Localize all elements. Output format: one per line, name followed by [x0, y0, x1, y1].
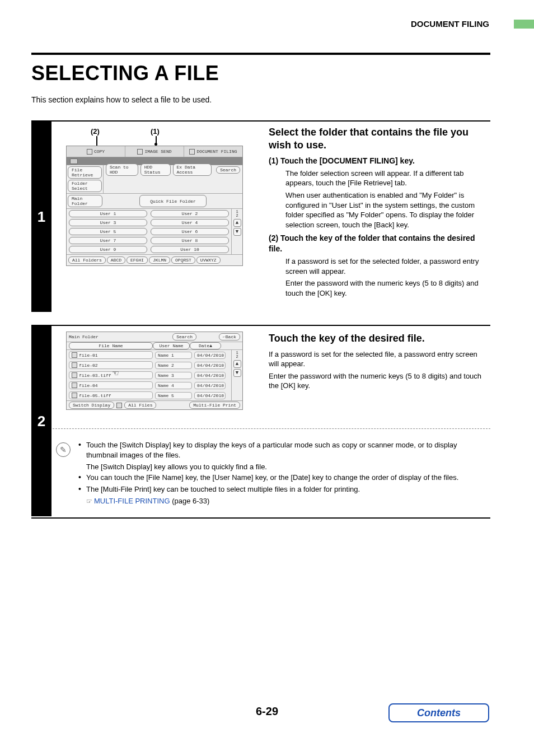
step-2-text: Touch the key of the desired file. If a … — [269, 332, 487, 393]
file-name-label: file-03.tiff — [79, 373, 111, 378]
file-item[interactable]: file-03.tiff — [69, 371, 153, 379]
file-icon — [189, 149, 195, 155]
multi-file-print-button[interactable]: Multi-File Print — [189, 402, 240, 409]
tab-image-send[interactable]: IMAGE SEND — [125, 146, 184, 157]
page-indicator: 1 2 — [236, 210, 238, 218]
scroll-down-button[interactable]: ▼ — [233, 228, 241, 236]
step-1-sub-1: (1) Touch the [DOCUMENT FILING] key. — [269, 156, 487, 166]
step-1-p1: The folder selection screen will appear.… — [285, 169, 487, 188]
user-cell: Name 3 — [155, 372, 192, 379]
col-user-name[interactable]: User Name — [153, 342, 190, 349]
step-2-p1: If a password is set for the selected fi… — [269, 349, 487, 369]
page-indicator: 1 2 — [236, 351, 238, 359]
user-folder[interactable]: User 2 — [151, 210, 229, 217]
file-name-label: file-01 — [79, 353, 98, 358]
page-intro: This section explains how to select a fi… — [31, 95, 212, 104]
file-icon — [72, 393, 77, 398]
step-1-text: Select the folder that contains the file… — [269, 126, 487, 300]
step-1-number: 1 — [31, 122, 51, 312]
file-item[interactable]: file-05.tiff — [69, 391, 153, 399]
alpha-tab[interactable]: EFGHI — [127, 256, 148, 264]
date-cell: 04/04/2010 — [194, 362, 226, 369]
callout-1-label: (1) — [151, 127, 160, 136]
step-1-bar: 1 — [31, 122, 51, 312]
file-name-label: file-02 — [79, 363, 98, 368]
rule-section — [31, 120, 490, 122]
rule-step2 — [31, 325, 490, 326]
quick-file-folder-button[interactable]: Quick File Folder — [139, 195, 207, 207]
col-file-name[interactable]: File Name — [69, 342, 153, 349]
section-accent — [514, 20, 534, 29]
file-retrieve-tab[interactable]: File Retrieve — [68, 166, 102, 179]
user-folder[interactable]: User 3 — [69, 219, 147, 226]
page-title: SELECTING A FILE — [31, 62, 219, 85]
folder-title: Main Folder — [69, 334, 150, 339]
tab-copy[interactable]: COPY — [67, 146, 125, 157]
all-files-button[interactable]: All Files — [124, 402, 156, 409]
scroll-down-button[interactable]: ▼ — [233, 369, 241, 377]
step-1-p4: Enter the password with the numeric keys… — [285, 278, 487, 298]
file-icon — [72, 352, 77, 358]
status-icon — [70, 158, 78, 164]
user-folder[interactable]: User 6 — [151, 228, 229, 235]
file-item[interactable]: file-01 — [69, 351, 153, 359]
back-button[interactable]: ← Back — [219, 333, 240, 340]
tab-document-filing[interactable]: DOCUMENT FILING — [184, 146, 242, 157]
tips-block: •Touch the [Switch Display] key to displ… — [78, 440, 487, 506]
divider-dashed — [53, 428, 490, 429]
ext-data-access-button[interactable]: Ex Data Access — [173, 164, 212, 176]
callout-2-label: (2) — [91, 127, 100, 136]
step-2-number: 2 — [31, 326, 51, 516]
file-name-label: file-05.tiff — [79, 393, 111, 398]
hdd-status-button[interactable]: HDD Status — [140, 164, 171, 176]
section-header: DOCUMENT FILING — [411, 19, 489, 29]
alpha-tab[interactable]: UVWXYZ — [196, 256, 221, 264]
step-2-p2: Enter the password with the numeric keys… — [269, 371, 487, 391]
tip-3: The [Multi-File Print] key can be touche… — [86, 484, 360, 494]
user-folder[interactable]: User 5 — [69, 228, 147, 235]
date-cell: 04/04/2010 — [194, 382, 226, 389]
alpha-tab[interactable]: ABCD — [107, 256, 125, 264]
contents-button[interactable]: Contents — [388, 703, 489, 722]
main-folder-button[interactable]: Main Folder — [68, 195, 102, 207]
tab-copy-label: COPY — [94, 149, 105, 154]
scan-to-hdd-button[interactable]: Scan to HDD — [106, 164, 138, 176]
tab-document-filing-label: DOCUMENT FILING — [196, 149, 237, 154]
search-button[interactable]: Search — [172, 333, 196, 340]
tab-image-send-label: IMAGE SEND — [144, 149, 171, 154]
search-button[interactable]: Search — [216, 166, 240, 174]
col-date[interactable]: Date ▲ — [190, 342, 221, 349]
user-folder[interactable]: User 8 — [151, 237, 229, 244]
tip-1: Touch the [Switch Display] key to displa… — [86, 441, 457, 459]
user-folder[interactable]: User 10 — [151, 246, 229, 253]
alpha-tab[interactable]: JKLMN — [149, 256, 170, 264]
user-folder[interactable]: User 9 — [69, 246, 147, 253]
scroll-up-button[interactable]: ▲ — [233, 360, 241, 368]
step-2-bar: 2 — [31, 326, 51, 516]
user-folder[interactable]: User 4 — [151, 219, 229, 226]
file-name-label: file-04 — [79, 383, 98, 388]
alpha-tab[interactable]: OPQRST — [171, 256, 195, 264]
switch-display-button[interactable]: Switch Display — [69, 402, 114, 409]
date-cell: 04/04/2010 — [194, 352, 226, 359]
step-2-heading: Touch the key of the desired file. — [269, 332, 487, 345]
scroll-up-button[interactable]: ▲ — [233, 219, 241, 227]
file-item[interactable]: file-04 — [69, 381, 153, 389]
user-cell: Name 4 — [155, 382, 192, 389]
date-cell: 04/04/2010 — [194, 392, 226, 399]
user-folder[interactable]: User 1 — [69, 210, 147, 217]
thumbnail-icon[interactable] — [116, 403, 122, 408]
file-item[interactable]: file-02 — [69, 361, 153, 369]
file-icon — [72, 382, 77, 388]
cross-ref-link[interactable]: MULTI-FILE PRINTING — [94, 497, 170, 505]
col-date-label: Date — [199, 343, 209, 348]
file-list-panel: Main Folder Search ← Back File Name User… — [66, 332, 243, 410]
all-folders-button[interactable]: All Folders — [68, 256, 106, 264]
send-icon — [137, 149, 143, 155]
folder-select-tab[interactable]: Folder Select — [68, 180, 102, 192]
user-cell: Name 2 — [155, 362, 192, 369]
folder-select-panel: COPY IMAGE SEND DOCUMENT FILING File Ret… — [66, 146, 243, 266]
note-icon: ✎ — [56, 442, 71, 457]
user-cell: Name 1 — [155, 352, 192, 359]
user-folder[interactable]: User 7 — [69, 237, 147, 244]
